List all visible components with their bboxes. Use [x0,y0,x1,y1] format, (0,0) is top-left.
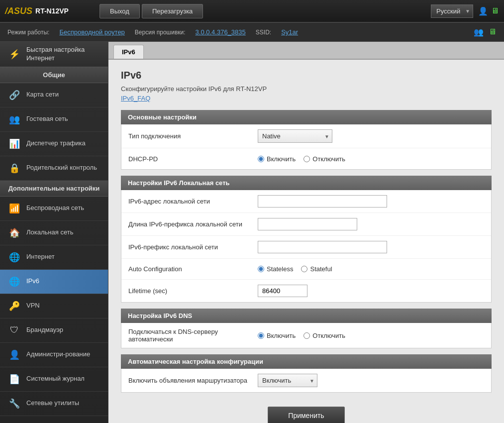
user-status-icon[interactable]: 👥 [474,27,484,37]
sidebar-label-syslog: Системный журнал [26,375,85,383]
sidebar-label-lan: Локальная сеть [26,228,73,237]
auto-config-control: Stateless Stateful [258,265,484,273]
status-bar: Режим работы: Беспроводной роутер Версия… [0,23,504,42]
dns-disable-label[interactable]: Отключить [303,332,345,339]
internet-icon: 🌐 [7,250,21,264]
sidebar-item-syslog[interactable]: 📄 Системный журнал [0,367,108,392]
row-ipv6-address: IPv6-адрес локальной сети [121,190,491,213]
sidebar-item-ipv6[interactable]: 🌐 IPv6 [0,270,108,294]
ipv6-prefix-input[interactable] [258,241,387,253]
auto-config-stateful-label[interactable]: Stateful [301,265,332,273]
lifetime-label: Lifetime (sec) [128,287,258,295]
faq-link[interactable]: IPv6_FAQ [121,95,150,102]
ssid-value[interactable]: Sy1ar [281,28,298,36]
section-basic-body: Тип подключения Disable Native Static IP… [121,124,492,170]
auto-dns-label: Подключаться к DNS-серверу автоматически [128,328,258,343]
dns-enable-text: Включить [267,332,296,339]
syslog-icon: 📄 [7,372,21,386]
reboot-button[interactable]: Перезагрузка [142,4,203,18]
connection-type-label: Тип подключения [128,132,258,140]
wireless-icon: 📶 [7,202,21,215]
monitor-icon[interactable]: 🖥 [491,6,499,15]
sidebar-item-network-tools[interactable]: 🔧 Сетевые утилиты [0,392,108,416]
auto-config-stateless-radio[interactable] [258,266,264,272]
router-adv-select-wrapper[interactable]: Включить Отключить [258,374,317,387]
guest-network-icon: 👥 [7,112,21,126]
sidebar-item-parental-control[interactable]: 🔒 Родительский контроль [0,156,108,181]
row-connection-type: Тип подключения Disable Native Static IP… [121,124,491,148]
top-buttons: Выход Перезагрузка [100,4,431,18]
ipv6-address-input[interactable] [258,195,387,208]
page-content: IPv6 Сконфигурируйте настройки IPv6 для … [108,60,504,423]
network-status-icon[interactable]: 🖥 [489,27,497,37]
dhcp-pd-enable-radio[interactable] [258,156,264,162]
tab-ipv6[interactable]: IPv6 [113,45,144,59]
connection-type-select-wrapper[interactable]: Disable Native Static IPv6 SLAAC DHCPv6 … [258,129,332,143]
row-lifetime: Lifetime (sec) [121,280,491,302]
sidebar-label-wireless: Беспроводная сеть [26,204,84,212]
ipv6-prefix-len-label: Длина IPv6-префикса локальной сети [128,220,258,228]
section-auto-config-body: Включить объявления маршрутизатора Включ… [121,369,492,393]
sidebar-item-network-map[interactable]: 🔗 Карта сети [0,83,108,107]
dhcp-pd-label: DHCP-PD [128,155,258,163]
ipv6-icon: 🌐 [7,275,21,289]
network-map-icon: 🔗 [7,88,21,102]
sidebar-section-advanced: Дополнительные настройки [0,181,108,197]
sidebar-label-firewall: Брандмауэр [26,326,63,334]
dhcp-pd-enable-label[interactable]: Включить [258,155,296,163]
row-ipv6-prefix: IPv6-префикс локальной сети [121,236,491,259]
vpn-icon: 🔑 [7,299,21,313]
section-local-network-header: Настройки IPv6 Локальная сеть [121,176,492,190]
dns-enable-radio[interactable] [258,332,264,339]
dns-enable-label[interactable]: Включить [258,332,296,339]
main-layout: ⚡ Быстрая настройка Интернет Общие 🔗 Кар… [0,42,504,423]
section-local-network: Настройки IPv6 Локальная сеть IPv6-адрес… [121,176,492,303]
dhcp-pd-enable-text: Включить [267,155,296,163]
dns-disable-text: Отключить [312,332,345,339]
ipv6-prefix-control [258,241,484,253]
sidebar-item-traffic-manager[interactable]: 📊 Диспетчер трафика [0,132,108,156]
apply-button[interactable]: Применить [268,407,344,423]
router-adv-control: Включить Отключить [258,374,484,387]
sidebar-label-network-tools: Сетевые утилиты [26,399,79,408]
connection-type-select[interactable]: Disable Native Static IPv6 SLAAC DHCPv6 … [258,129,332,143]
dhcp-pd-control: Включить Отключить [258,155,484,163]
sidebar-item-internet[interactable]: 🌐 Интернет [0,245,108,270]
dhcp-pd-disable-label[interactable]: Отключить [303,155,345,163]
ipv6-prefix-len-input[interactable] [258,218,357,230]
dns-disable-radio[interactable] [303,332,310,339]
auto-config-stateless-label[interactable]: Stateless [258,265,293,273]
user-icon[interactable]: 👤 [478,6,488,16]
language-select[interactable]: Русский [431,4,473,18]
sidebar-item-lan[interactable]: 🏠 Локальная сеть [0,221,108,245]
dhcp-pd-disable-radio[interactable] [303,156,310,162]
dhcp-pd-radio-group: Включить Отключить [258,155,345,163]
quick-setup-icon: ⚡ [7,47,21,61]
lifetime-control [258,285,484,297]
top-bar: /ASUS RT-N12VP Выход Перезагрузка Русски… [0,0,504,23]
top-right: Русский 👤 🖥 [431,4,499,18]
row-dhcp-pd: DHCP-PD Включить Отключить [121,148,491,169]
sidebar-label-ipv6: IPv6 [26,277,39,286]
ipv6-address-control [258,195,484,208]
quick-setup-label: Быстрая настройка Интернет [26,46,85,63]
sidebar-item-quick-setup[interactable]: ⚡ Быстрая настройка Интернет [0,42,108,67]
top-icons: 👤 🖥 [478,6,499,16]
sidebar-item-guest-network[interactable]: 👥 Гостевая сеть [0,107,108,132]
router-adv-select[interactable]: Включить Отключить [258,374,317,387]
sidebar-item-vpn[interactable]: 🔑 VPN [0,294,108,318]
auto-config-radio-group: Stateless Stateful [258,265,332,273]
lifetime-input[interactable] [258,285,307,297]
section-dns-body: Подключаться к DNS-серверу автоматически… [121,323,492,348]
firmware-value[interactable]: 3.0.0.4.376_3835 [196,28,246,36]
sidebar-item-firewall[interactable]: 🛡 Брандмауэр [0,318,108,343]
sidebar-item-admin[interactable]: 👤 Администри-рование [0,343,108,367]
auto-config-stateful-radio[interactable] [301,266,307,272]
logout-button[interactable]: Выход [100,4,140,18]
sidebar-label-parental-control: Родительский контроль [26,164,97,172]
mode-value[interactable]: Беспроводной роутер [59,28,124,36]
language-selector[interactable]: Русский [431,4,473,18]
sidebar-label-internet: Интернет [26,253,55,261]
sidebar-item-wireless[interactable]: 📶 Беспроводная сеть [0,197,108,221]
network-tools-icon: 🔧 [7,397,21,411]
